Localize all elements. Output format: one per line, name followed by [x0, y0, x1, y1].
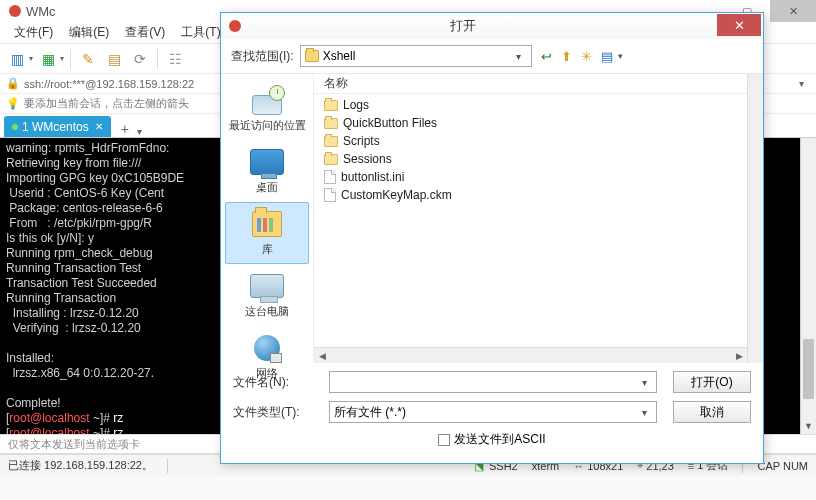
file-name: Scripts	[343, 134, 380, 148]
column-header[interactable]: 名称	[314, 74, 763, 94]
scroll-down-icon[interactable]: ▼	[801, 418, 816, 434]
status-caps: CAP NUM	[757, 460, 808, 472]
tab-dropdown-icon[interactable]: ▾	[137, 126, 142, 137]
place-label: 桌面	[256, 180, 278, 195]
new-session-icon[interactable]: ▥	[6, 48, 28, 70]
dialog-title: 打开	[249, 17, 717, 35]
dropdown-icon[interactable]: ▾	[511, 51, 527, 62]
separator	[167, 459, 168, 473]
filename-row: 文件名(N): ▾ 打开(O)	[233, 371, 751, 393]
network-icon	[252, 333, 282, 363]
filetype-label: 文件类型(T):	[233, 404, 319, 421]
edit-icon[interactable]: ✎	[77, 48, 99, 70]
lock-icon: 🔒	[6, 77, 20, 90]
hint-text: 要添加当前会话，点击左侧的箭头	[24, 96, 189, 111]
separator	[157, 49, 158, 69]
dialog-body: 最近访问的位置 桌面 库 这台电脑 网络 名称 LogsQu	[221, 73, 763, 363]
dropdown-icon[interactable]: ▾	[636, 377, 652, 388]
vertical-scrollbar[interactable]	[747, 74, 763, 363]
list-item[interactable]: CustomKeyMap.ckm	[314, 186, 763, 204]
file-name: CustomKeyMap.ckm	[341, 188, 452, 202]
app-icon	[8, 4, 22, 18]
scroll-thumb[interactable]	[803, 339, 814, 399]
computer-icon	[250, 274, 284, 298]
desktop-icon	[250, 149, 284, 175]
file-name: Sessions	[343, 152, 392, 166]
place-computer[interactable]: 这台电脑	[225, 264, 309, 326]
command-hint: 仅将文本发送到当前选项卡	[8, 437, 140, 452]
dropdown-icon[interactable]: ▾	[618, 51, 623, 61]
nav-buttons: ↩ ⬆ ✳ ▤ ▾	[538, 47, 623, 65]
filetype-value: 所有文件 (*.*)	[334, 404, 636, 421]
svg-point-0	[9, 5, 21, 17]
place-desktop[interactable]: 桌面	[225, 140, 309, 202]
file-list: 名称 LogsQuickButton FilesScriptsSessionsb…	[313, 74, 763, 363]
open-button[interactable]: 打开(O)	[673, 371, 751, 393]
list-item[interactable]: buttonlist.ini	[314, 168, 763, 186]
address-text[interactable]: ssh://root:***@192.168.159.128:22	[24, 78, 194, 90]
properties-icon[interactable]: ☷	[164, 48, 186, 70]
new-folder-icon[interactable]: ✳	[578, 47, 596, 65]
place-recent[interactable]: 最近访问的位置	[225, 78, 309, 140]
dialog-titlebar: 打开 ✕	[221, 13, 763, 39]
file-items: LogsQuickButton FilesScriptsSessionsbutt…	[314, 94, 763, 206]
tool-icon[interactable]: ▤	[103, 48, 125, 70]
filename-input[interactable]: ▾	[329, 371, 657, 393]
close-button[interactable]: ✕	[770, 0, 816, 22]
file-name: buttonlist.ini	[341, 170, 404, 184]
filetype-select[interactable]: 所有文件 (*.*) ▾	[329, 401, 657, 423]
bulb-icon: 💡	[6, 97, 20, 110]
tab-close-icon[interactable]: ✕	[95, 121, 103, 132]
cancel-button[interactable]: 取消	[673, 401, 751, 423]
file-name: QuickButton Files	[343, 116, 437, 130]
address-dropdown-icon[interactable]: ▾	[799, 78, 810, 89]
status-connection: 已连接 192.168.159.128:22。	[8, 458, 153, 473]
place-library[interactable]: 库	[225, 202, 309, 264]
look-in-row: 查找范围(I): Xshell ▾ ↩ ⬆ ✳ ▤ ▾	[221, 39, 763, 73]
app-icon	[227, 18, 243, 34]
folder-icon	[324, 154, 338, 165]
list-item[interactable]: QuickButton Files	[314, 114, 763, 132]
list-item[interactable]: Logs	[314, 96, 763, 114]
library-icon	[252, 211, 282, 237]
scroll-track[interactable]	[801, 154, 816, 418]
list-item[interactable]: Sessions	[314, 150, 763, 168]
place-label: 这台电脑	[245, 304, 289, 319]
menu-file[interactable]: 文件(F)	[6, 22, 61, 43]
scroll-track[interactable]	[330, 348, 731, 363]
look-in-select[interactable]: Xshell ▾	[300, 45, 532, 67]
open-session-icon[interactable]: ▦	[37, 48, 59, 70]
dropdown-icon[interactable]: ▾	[29, 54, 33, 63]
dropdown-icon[interactable]: ▾	[636, 407, 652, 418]
col-name-label: 名称	[324, 75, 348, 92]
ascii-row: 发送文件到ASCII	[233, 431, 751, 448]
separator	[70, 49, 71, 69]
folder-icon	[324, 118, 338, 129]
scroll-right-icon[interactable]: ▶	[731, 351, 747, 361]
dropdown-icon[interactable]: ▾	[60, 54, 64, 63]
session-tab[interactable]: 1 WMcentos ✕	[4, 116, 111, 137]
scroll-left-icon[interactable]: ◀	[314, 351, 330, 361]
tab-label: 1 WMcentos	[22, 120, 89, 134]
menu-edit[interactable]: 编辑(E)	[61, 22, 117, 43]
folder-icon	[305, 50, 319, 62]
status-dot-icon	[12, 124, 18, 130]
back-icon[interactable]: ↩	[538, 47, 556, 65]
dialog-bottom: 文件名(N): ▾ 打开(O) 文件类型(T): 所有文件 (*.*) ▾ 取消…	[221, 363, 763, 452]
place-label: 最近访问的位置	[229, 118, 306, 133]
filetype-row: 文件类型(T): 所有文件 (*.*) ▾ 取消	[233, 401, 751, 423]
view-icon[interactable]: ▤	[598, 47, 616, 65]
terminal-scrollbar[interactable]: ▲ ▼	[800, 138, 816, 434]
list-item[interactable]: Scripts	[314, 132, 763, 150]
up-icon[interactable]: ⬆	[558, 47, 576, 65]
recent-icon	[249, 85, 285, 115]
dialog-close-button[interactable]: ✕	[717, 14, 761, 36]
file-icon	[324, 170, 336, 184]
ascii-checkbox[interactable]	[438, 434, 450, 446]
svg-point-1	[229, 20, 241, 32]
add-tab-button[interactable]: +	[115, 121, 135, 137]
reconnect-icon[interactable]: ⟳	[129, 48, 151, 70]
horizontal-scrollbar[interactable]: ◀ ▶	[314, 347, 747, 363]
menu-view[interactable]: 查看(V)	[117, 22, 173, 43]
file-icon	[324, 188, 336, 202]
